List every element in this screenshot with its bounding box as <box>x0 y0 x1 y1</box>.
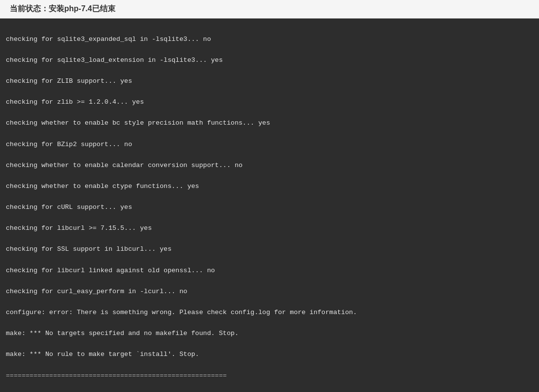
terminal-line: checking whether to enable ctype functio… <box>6 181 533 192</box>
terminal-output: checking for sqlite3_expanded_sql in -ls… <box>0 19 539 392</box>
terminal-line: ========================================… <box>6 371 533 381</box>
terminal-line: configure: error: There is something wro… <box>6 307 533 318</box>
terminal-line: checking for BZip2 support... no <box>6 139 533 150</box>
status-bar: 当前状态：安装php-7.4已结束 <box>0 0 539 19</box>
terminal-line: checking for libcurl >= 7.15.5... yes <box>6 223 533 234</box>
terminal-line: make: *** No targets specified and no ma… <box>6 328 533 339</box>
status-text: 当前状态：安装php-7.4已结束 <box>10 4 115 13</box>
terminal-line: checking for curl_easy_perform in -lcurl… <box>6 286 533 297</box>
terminal-line: checking for libcurl linked against old … <box>6 265 533 276</box>
terminal-line: checking for zlib >= 1.2.0.4... yes <box>6 97 533 108</box>
terminal-line: checking for sqlite3_expanded_sql in -ls… <box>6 34 533 45</box>
terminal-line: checking whether to enable bc style prec… <box>6 118 533 129</box>
terminal-line: make: *** No rule to make target `instal… <box>6 349 533 360</box>
terminal-line: checking for ZLIB support... yes <box>6 76 533 87</box>
terminal-line: checking for cURL support... yes <box>6 202 533 213</box>
terminal-line: checking for SSL support in libcurl... y… <box>6 244 533 255</box>
terminal-line: checking for sqlite3_load_extension in -… <box>6 55 533 66</box>
terminal-line: checking whether to enable calendar conv… <box>6 160 533 171</box>
